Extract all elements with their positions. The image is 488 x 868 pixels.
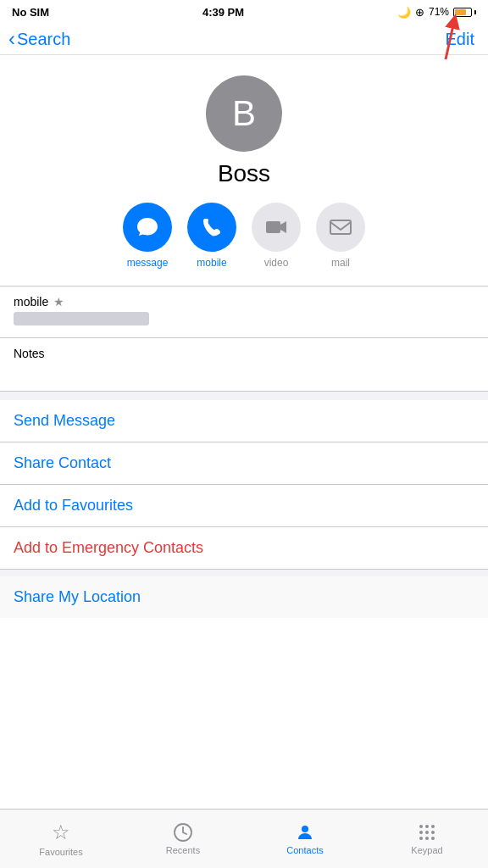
mail-label: mail	[331, 257, 350, 269]
tab-recents-label: Recents	[166, 845, 200, 855]
contact-name: Boss	[218, 160, 270, 187]
action-list: Send Message Share Contact Add to Favour…	[0, 400, 488, 570]
star-icon: ★	[53, 295, 64, 309]
content-area: B Boss message mobile	[0, 55, 488, 682]
carrier-label: No SIM	[12, 6, 49, 19]
svg-point-11	[431, 831, 435, 834]
back-label: Search	[17, 30, 70, 49]
notes-label: Notes	[14, 347, 474, 360]
svg-rect-2	[266, 221, 280, 233]
network-icon: ⊕	[415, 6, 424, 19]
battery-percent: 71%	[429, 6, 449, 18]
svg-point-7	[425, 825, 429, 828]
phone-value-blurred	[14, 312, 149, 326]
mail-icon	[329, 215, 352, 239]
share-location-partial[interactable]: Share My Location	[0, 576, 488, 618]
profile-section: B Boss message mobile	[0, 55, 488, 286]
video-button[interactable]	[252, 203, 301, 252]
mail-button[interactable]	[316, 203, 365, 252]
tab-favourites-label: Favourites	[39, 847, 82, 857]
time-label: 4:39 PM	[202, 6, 244, 19]
edit-button[interactable]: Edit	[446, 30, 474, 49]
nav-bar: ‹ Search Edit	[0, 24, 488, 55]
tab-contacts[interactable]: Contacts	[244, 822, 366, 855]
message-button[interactable]	[123, 203, 172, 252]
tab-recents[interactable]: Recents	[122, 822, 244, 855]
video-icon	[264, 215, 288, 239]
mobile-label: mobile	[197, 257, 226, 269]
svg-point-13	[425, 837, 429, 840]
tab-keypad-label: Keypad	[411, 845, 442, 855]
star-tab-icon: ☆	[52, 821, 70, 844]
svg-rect-3	[330, 220, 351, 234]
notes-section: Notes	[0, 338, 488, 392]
phone-icon	[200, 215, 224, 239]
back-button[interactable]: ‹ Search	[8, 29, 70, 49]
message-label: message	[127, 257, 169, 269]
tab-contacts-label: Contacts	[286, 845, 323, 855]
clock-tab-icon	[173, 822, 193, 843]
battery-icon	[453, 8, 476, 17]
mail-action[interactable]: mail	[316, 203, 365, 269]
svg-point-14	[431, 837, 435, 840]
avatar: B	[206, 75, 282, 152]
svg-point-9	[419, 831, 423, 834]
tab-bar: ☆ Favourites Recents Contacts Keypad	[0, 809, 488, 868]
send-message-item[interactable]: Send Message	[0, 400, 488, 442]
video-action[interactable]: video	[252, 203, 301, 269]
moon-icon: 🌙	[397, 6, 411, 19]
message-action[interactable]: message	[123, 203, 172, 269]
status-bar: No SIM 4:39 PM 🌙 ⊕ 71%	[0, 0, 488, 24]
mobile-action[interactable]: mobile	[187, 203, 236, 269]
svg-point-5	[302, 826, 308, 832]
add-emergency-item[interactable]: Add to Emergency Contacts	[0, 527, 488, 570]
svg-point-8	[431, 825, 435, 828]
info-section: mobile ★	[0, 287, 488, 337]
add-favourites-item[interactable]: Add to Favourites	[0, 485, 488, 527]
svg-point-12	[419, 837, 423, 840]
svg-point-10	[425, 831, 429, 834]
svg-point-6	[419, 825, 423, 828]
mobile-button[interactable]	[187, 203, 236, 252]
keypad-tab-icon	[417, 822, 437, 843]
avatar-initial: B	[232, 93, 256, 134]
tab-keypad[interactable]: Keypad	[366, 822, 488, 855]
message-icon	[136, 215, 159, 239]
phone-label-row: mobile ★	[14, 295, 474, 309]
chevron-left-icon: ‹	[8, 29, 15, 49]
video-label: video	[264, 257, 289, 269]
status-right: 🌙 ⊕ 71%	[397, 6, 476, 19]
sep-thick	[0, 392, 488, 400]
phone-type-label: mobile	[14, 295, 48, 309]
tab-favourites[interactable]: ☆ Favourites	[0, 821, 122, 857]
contacts-tab-icon	[295, 822, 315, 843]
section-gap	[0, 570, 488, 576]
share-contact-item[interactable]: Share Contact	[0, 442, 488, 485]
action-buttons: message mobile video	[123, 203, 365, 269]
